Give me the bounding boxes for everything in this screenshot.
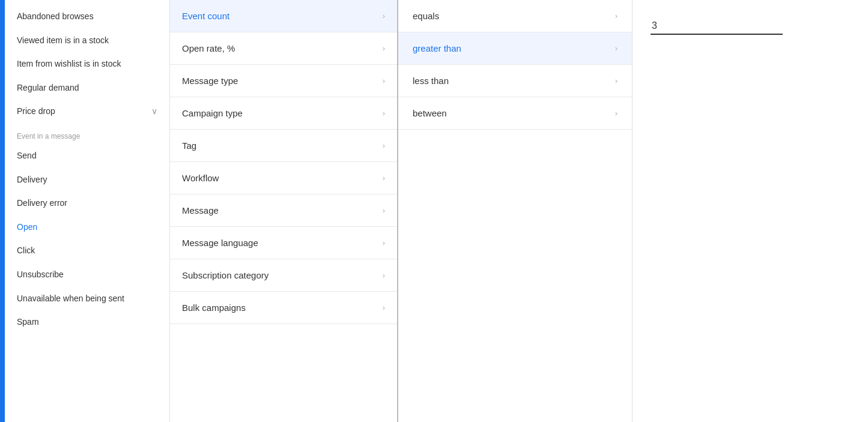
middle-item-label: Message type bbox=[182, 76, 238, 86]
chevron-right-icon: › bbox=[383, 173, 385, 182]
middle-item-label: Bulk campaigns bbox=[182, 303, 246, 313]
conditions-column: equals›greater than›less than›between› bbox=[398, 0, 633, 422]
sidebar-item-price-drop[interactable]: Price drop∨ bbox=[5, 100, 169, 124]
chevron-right-icon: › bbox=[383, 303, 385, 312]
chevron-right-icon: › bbox=[383, 238, 385, 247]
filter-options-column: Event count›Open rate, %›Message type›Ca… bbox=[170, 0, 398, 422]
sidebar-item-viewed-item-in-stock[interactable]: Viewed item is in a stock bbox=[5, 29, 169, 53]
sidebar-item-unavailable-when-being-sent[interactable]: Unavailable when being sent bbox=[5, 287, 169, 311]
middle-item-label: Event count bbox=[182, 11, 229, 21]
middle-item-label: Tag bbox=[182, 140, 196, 151]
sidebar-item-unsubscribe[interactable]: Unsubscribe bbox=[5, 263, 169, 287]
middle-item-workflow[interactable]: Workflow› bbox=[170, 162, 397, 194]
sidebar-item-open[interactable]: Open bbox=[5, 216, 169, 240]
sidebar-item-item-from-wishlist[interactable]: Item from wishlist is in stock bbox=[5, 52, 169, 76]
sidebar-item-send[interactable]: Send bbox=[5, 144, 169, 168]
chevron-right-icon: › bbox=[615, 76, 618, 85]
middle-item-message[interactable]: Message› bbox=[170, 194, 397, 227]
chevron-right-icon: › bbox=[615, 44, 618, 53]
chevron-down-icon: ∨ bbox=[151, 106, 157, 118]
chevron-right-icon: › bbox=[383, 141, 385, 150]
middle-item-label: Message language bbox=[182, 238, 258, 248]
middle-item-bulk-campaigns[interactable]: Bulk campaigns› bbox=[170, 292, 397, 324]
sidebar-item-regular-demand[interactable]: Regular demand bbox=[5, 76, 169, 100]
chevron-right-icon: › bbox=[383, 109, 385, 118]
middle-item-subscription-category[interactable]: Subscription category› bbox=[170, 259, 397, 292]
middle-item-label: Workflow bbox=[182, 173, 219, 183]
condition-item-label: equals bbox=[413, 11, 439, 21]
middle-item-event-count[interactable]: Event count› bbox=[170, 0, 397, 32]
middle-item-message-language[interactable]: Message language› bbox=[170, 227, 397, 259]
condition-item-label: between bbox=[413, 108, 447, 118]
chevron-right-icon: › bbox=[383, 206, 385, 215]
chevron-right-icon: › bbox=[383, 11, 385, 20]
condition-item-between[interactable]: between› bbox=[398, 97, 632, 130]
middle-item-label: Campaign type bbox=[182, 108, 243, 118]
middle-item-campaign-type[interactable]: Campaign type› bbox=[170, 97, 397, 130]
sidebar-item-spam[interactable]: Spam bbox=[5, 310, 169, 334]
value-column bbox=[633, 0, 868, 422]
value-input[interactable] bbox=[651, 18, 783, 35]
sidebar-item-abandoned-browses[interactable]: Abandoned browses bbox=[5, 5, 169, 29]
chevron-right-icon: › bbox=[615, 109, 618, 118]
chevron-right-icon: › bbox=[383, 76, 385, 85]
middle-item-label: Open rate, % bbox=[182, 43, 235, 53]
condition-item-less-than[interactable]: less than› bbox=[398, 65, 632, 97]
sidebar-item-delivery-error[interactable]: Delivery error bbox=[5, 191, 169, 216]
chevron-right-icon: › bbox=[383, 44, 385, 53]
blue-accent-strip bbox=[0, 0, 5, 422]
sidebar-item-delivery[interactable]: Delivery bbox=[5, 168, 169, 192]
middle-item-message-type[interactable]: Message type› bbox=[170, 65, 397, 97]
sidebar-item-click[interactable]: Click bbox=[5, 239, 169, 263]
chevron-right-icon: › bbox=[615, 11, 618, 20]
middle-item-tag[interactable]: Tag› bbox=[170, 130, 397, 162]
condition-item-greater-than[interactable]: greater than› bbox=[398, 32, 632, 65]
condition-item-label: greater than bbox=[413, 43, 461, 53]
chevron-right-icon: › bbox=[383, 271, 385, 280]
middle-item-open-rate[interactable]: Open rate, %› bbox=[170, 32, 397, 65]
condition-item-label: less than bbox=[413, 76, 449, 86]
condition-item-equals[interactable]: equals› bbox=[398, 0, 632, 32]
middle-item-label: Subscription category bbox=[182, 270, 269, 280]
sidebar: Abandoned browsesViewed item is in a sto… bbox=[5, 0, 170, 422]
sidebar-section-label: Event in a message bbox=[5, 124, 169, 144]
middle-item-label: Message bbox=[182, 205, 219, 216]
